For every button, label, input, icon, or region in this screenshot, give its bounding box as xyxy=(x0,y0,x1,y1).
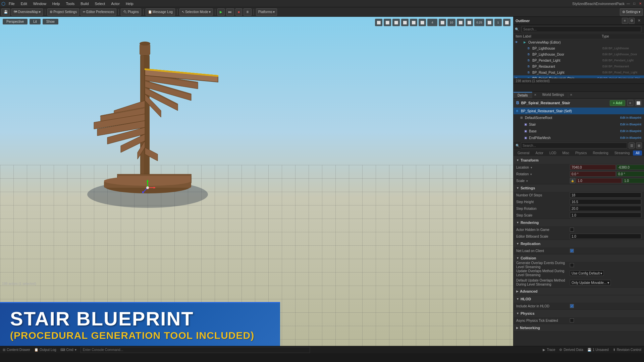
menu-help[interactable]: Help xyxy=(50,1,63,6)
filter-actor[interactable]: Actor xyxy=(533,150,546,156)
viewport-icon-num1[interactable]: 10 xyxy=(447,19,455,26)
details-extra-icon[interactable]: ⬜ xyxy=(635,100,641,106)
add-component-button[interactable]: + Add xyxy=(610,100,625,106)
gen-overlap-checkbox[interactable] xyxy=(570,263,574,267)
menu-build[interactable]: Build xyxy=(78,1,91,6)
bp-tree-item-stair[interactable]: ▣ Stair Edit in Blueprint xyxy=(514,121,644,128)
plugins-button[interactable]: 🔌 Plugins xyxy=(121,8,141,16)
filter-physics[interactable]: Physics xyxy=(573,150,589,156)
menu-edit[interactable]: Edit xyxy=(18,1,30,6)
prop-grid-toggle[interactable]: ⊞ xyxy=(636,142,642,148)
menu-help2[interactable]: Help xyxy=(123,1,136,6)
viewport-icon-9[interactable]: ⬜ xyxy=(466,19,473,26)
minimize-button[interactable]: — xyxy=(626,1,631,6)
async-tick-checkbox[interactable] xyxy=(570,318,574,322)
location-x-input[interactable] xyxy=(570,165,616,170)
bp-tree-item-base[interactable]: ▣ Base Edit in Blueprint xyxy=(514,128,644,134)
trace-button[interactable]: ▶ Trace xyxy=(543,348,555,352)
outliner-item[interactable]: 👁 B BP_Restaurant Edit BP_Restaurant xyxy=(514,63,644,69)
outliner-item[interactable]: 👁 B BP_Lighthouse Edit BP_Lighthouse xyxy=(514,45,644,51)
show-button[interactable]: Show xyxy=(43,19,58,24)
rendering-section-header[interactable]: ▼ Rendering xyxy=(514,219,644,226)
project-settings-button[interactable]: ⚙ Project Settings xyxy=(47,8,79,16)
message-log-button[interactable]: 📋 Message Log xyxy=(146,8,175,16)
tab-world-settings[interactable]: World Settings xyxy=(538,92,569,98)
cmd-button[interactable]: ⌨ Cmd ▾ xyxy=(60,348,76,352)
viewport-icon-1[interactable]: ⬜ xyxy=(375,19,382,26)
perspective-button[interactable]: Perspective xyxy=(3,19,28,24)
settings-section-header[interactable]: ▼ Settings xyxy=(514,184,644,192)
physics-section-header[interactable]: ▼ Physics xyxy=(514,310,644,317)
outliner-item[interactable]: 👁 B BP_Road_Post_Light Edit BP_Road_Post… xyxy=(514,69,644,75)
menu-actor[interactable]: Actor xyxy=(108,1,122,6)
outliner-item[interactable]: 👁 B BP_Pendant_Light Edit BP_Pendant_Lig… xyxy=(514,57,644,63)
edit-bp-link-2[interactable]: Edit in Blueprint xyxy=(620,123,641,126)
content-drawer-button[interactable]: ⊞ Content Drawer xyxy=(3,348,30,352)
include-hlod-checkbox[interactable]: ✓ xyxy=(570,304,574,308)
skip-button[interactable]: ⏭ xyxy=(226,8,234,16)
pause-button[interactable]: ⏸ xyxy=(244,8,252,16)
save-button[interactable]: 💾 xyxy=(1,8,10,16)
bp-tree-item-sceneroot[interactable]: ⊞ DefaultSceneRoot Edit in Blueprint xyxy=(514,114,644,121)
filter-rendering[interactable]: Rendering xyxy=(590,150,611,156)
viewport[interactable]: Perspective Lit Show ⬜ ⬜ ⬜ ⬜ ⬜ ⬜ 4 ⬜ 10 … xyxy=(0,17,513,346)
advanced-section-header[interactable]: ▶ Advanced xyxy=(514,288,644,295)
filter-lod[interactable]: LOD xyxy=(547,150,559,156)
settings-button[interactable]: ⚙ Settings ▾ xyxy=(620,8,643,16)
viewport-icon-3[interactable]: ⬜ xyxy=(392,19,400,26)
platforms-button[interactable]: Platforms ▾ xyxy=(256,8,277,16)
maximize-button[interactable]: □ xyxy=(632,1,637,6)
viewport-icon-2[interactable]: ⬜ xyxy=(384,19,391,26)
selection-mode-button[interactable]: ↖ Selection Mode ▾ xyxy=(179,8,213,16)
rotation-dropdown-icon[interactable]: ▾ xyxy=(530,173,532,176)
outliner-item[interactable]: 👁 B BP_Lighthouse_Door Edit BP_Lighthous… xyxy=(514,51,644,57)
menu-window[interactable]: Window xyxy=(31,1,49,6)
scale-dropdown-icon[interactable]: ▾ xyxy=(526,179,528,183)
filter-misc[interactable]: Misc xyxy=(559,150,572,156)
derived-data-button[interactable]: ⚙ Derived Data xyxy=(559,348,583,352)
outliner-close-button[interactable]: ✕ xyxy=(636,18,642,24)
menu-file[interactable]: File xyxy=(6,1,17,6)
edit-bp-link-3[interactable]: Edit in Blueprint xyxy=(620,129,641,133)
revision-control-button[interactable]: ⬆ Revision Control xyxy=(613,348,641,352)
output-log-button[interactable]: 📋 Output Log xyxy=(34,348,56,352)
filter-general[interactable]: General xyxy=(515,150,532,156)
filter-all[interactable]: All xyxy=(633,150,642,156)
overview-map-button[interactable]: 🗺 OverviewMap ▾ xyxy=(11,8,43,16)
viewport-icon-6[interactable]: ⬜ xyxy=(419,19,426,26)
outliner-item[interactable]: 👁 ▶ OverviewMap (Editor) xyxy=(514,39,644,45)
transform-section-header[interactable]: ▼ Transform xyxy=(514,157,644,164)
play-button[interactable]: ▶ xyxy=(217,8,225,16)
default-update-dropdown[interactable]: Only Update Movable... ▾ xyxy=(570,280,611,285)
console-input[interactable] xyxy=(80,347,310,353)
scale-y-input[interactable] xyxy=(623,178,644,183)
rotation-y-input[interactable] xyxy=(616,171,644,177)
menu-tools[interactable]: Tools xyxy=(63,1,77,6)
viewport-icon-11[interactable]: ⬜ xyxy=(503,19,511,26)
lit-button[interactable]: Lit xyxy=(30,19,41,24)
bp-tree-item-endpillar[interactable]: ▣ EndPillarMesh Edit in Blueprint xyxy=(514,134,644,141)
bp-tree-item-self[interactable]: B BP_Spiral_Restaurant_Stair (Self) xyxy=(514,108,644,114)
step-height-input[interactable] xyxy=(570,199,641,204)
scale-link-button[interactable]: 🔒 xyxy=(570,178,575,183)
billboard-scale-input[interactable] xyxy=(570,234,641,239)
step-rotation-input[interactable] xyxy=(570,206,641,211)
details-close[interactable]: ✕ xyxy=(532,92,538,98)
viewport-icon-4[interactable]: ⬜ xyxy=(401,19,409,26)
scale-x-input[interactable] xyxy=(576,178,622,183)
filter-streaming[interactable]: Streaming xyxy=(612,150,633,156)
location-dropdown-icon[interactable]: ▾ xyxy=(531,166,532,169)
unsaved-button[interactable]: 💾 1 Unsaved xyxy=(587,348,609,352)
replication-section-header[interactable]: ▼ Replication xyxy=(514,240,644,247)
viewport-icon-10[interactable]: ⬜ xyxy=(486,19,493,26)
hlod-section-header[interactable]: ▼ HLOD xyxy=(514,295,644,303)
rotation-x-input[interactable] xyxy=(570,171,616,177)
outliner-filter-icon[interactable]: ≡ xyxy=(622,18,628,24)
net-load-checkbox[interactable]: ✓ xyxy=(570,249,574,253)
world-settings-close[interactable]: ✕ xyxy=(568,92,574,98)
update-overlaps-dropdown[interactable]: Use Config Default ▾ xyxy=(570,270,604,276)
outliner-settings-icon[interactable]: ⚙ xyxy=(629,18,635,24)
tab-details[interactable]: Details xyxy=(514,92,532,98)
networking-section-header[interactable]: ▶ Networking xyxy=(514,324,644,331)
edit-bp-link-1[interactable]: Edit in Blueprint xyxy=(620,116,641,119)
